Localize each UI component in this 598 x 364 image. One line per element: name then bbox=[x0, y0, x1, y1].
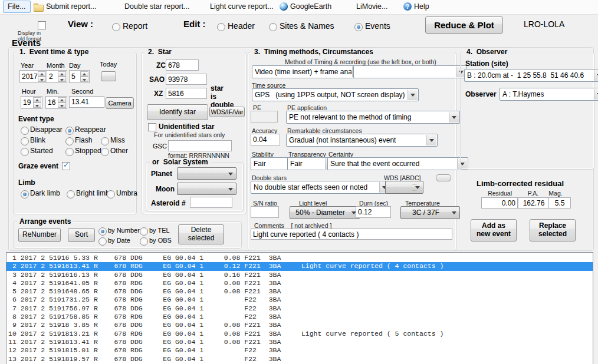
add-as-new-event-button[interactable]: Add asnew event bbox=[471, 219, 517, 241]
pa-field[interactable]: 162.76 bbox=[518, 197, 550, 209]
event-row[interactable]: 10 2017 2 5191813.21 R 678 RDG EG G0.04 … bbox=[6, 330, 593, 338]
sort-button[interactable]: Sort bbox=[68, 228, 95, 242]
edit-header-label: Header bbox=[228, 21, 255, 31]
type-started-radio[interactable] bbox=[21, 148, 29, 156]
section1-title: 1. Event time & type bbox=[17, 48, 91, 56]
year-spinner[interactable]: 2017 bbox=[19, 70, 47, 83]
remarkable-circumstances-dropdown[interactable]: Gradual (not instantaneous) event bbox=[286, 134, 438, 147]
station-dropdown[interactable]: B : 20.0cm at - 1 25 55.8 51 46 40.6 bbox=[464, 69, 598, 82]
light-level-dropdown[interactable]: 50% - Diameter bbox=[290, 206, 360, 219]
time-source-dropdown[interactable]: GPS (using 1PPS output, NOT screen displ… bbox=[252, 88, 419, 101]
type-disappear-radio[interactable] bbox=[21, 127, 29, 135]
recording-method-dropdown[interactable] bbox=[353, 65, 467, 78]
event-row[interactable]: 6 2017 2 5191731.25 R 678 RDG EG G0.04 1… bbox=[6, 296, 593, 304]
graze-event-checkbox[interactable] bbox=[62, 162, 70, 170]
moon-label: Moon bbox=[156, 185, 175, 193]
accuracy-field[interactable]: 0.04 bbox=[251, 134, 280, 145]
camera-button[interactable]: Camera bbox=[106, 97, 134, 109]
pe-field[interactable] bbox=[251, 111, 278, 123]
year-label: Year bbox=[21, 62, 34, 69]
type-miss-radio[interactable] bbox=[101, 137, 109, 145]
spinner-arrows[interactable] bbox=[58, 71, 66, 82]
event-row[interactable]: 13 2017 2 5191819.57 R 678 DDG EG G0.04 … bbox=[6, 355, 593, 363]
edit-events-radio[interactable] bbox=[354, 23, 363, 31]
chevron-down-icon bbox=[594, 70, 598, 81]
event-row[interactable]: 8 2017 2 5191758.85 R 678 RDG EG G0.04 1… bbox=[6, 313, 593, 321]
by-obs-radio[interactable] bbox=[140, 237, 148, 246]
menu-bar: File... Submit report... Double star rep… bbox=[0, 0, 598, 15]
event-row[interactable]: 2 2017 2 5191613.41 R 678 RDG EG G0.04 1… bbox=[6, 262, 593, 270]
asteroid-field[interactable] bbox=[190, 197, 232, 208]
event-row[interactable]: 11 2017 2 5191813.41 R 678 DDG EG G0.04 … bbox=[6, 338, 593, 346]
zc-field[interactable]: 678 bbox=[166, 59, 199, 71]
double-stars-dropdown[interactable]: No double star effects seen or noted bbox=[251, 181, 390, 194]
display-old-format-checkbox[interactable] bbox=[38, 21, 46, 29]
type-blink-radio[interactable] bbox=[21, 137, 29, 145]
type-reappear-radio[interactable] bbox=[65, 127, 74, 135]
by-number-radio[interactable] bbox=[98, 227, 107, 236]
limb-umbra-radio[interactable] bbox=[107, 190, 115, 198]
month-spinner[interactable]: 2 bbox=[47, 70, 67, 83]
planet-dropdown[interactable] bbox=[177, 167, 236, 180]
temperature-dropdown[interactable]: 3C / 37F bbox=[400, 206, 460, 219]
today-button[interactable] bbox=[101, 71, 116, 81]
event-row[interactable]: 4 2017 2 5191641.05 R 678 RDG EG G0.04 1… bbox=[6, 279, 593, 287]
delete-selected-button[interactable]: Deleteselected bbox=[178, 224, 224, 244]
event-row[interactable]: 3 2017 2 5191616.13 R 678 DDG EG G0.04 1… bbox=[6, 271, 593, 279]
event-row[interactable]: 5 2017 2 5191648.65 R 678 DDG EG G0.04 1… bbox=[6, 287, 593, 296]
unidentified-star-checkbox[interactable] bbox=[148, 123, 156, 131]
spinner-arrows[interactable] bbox=[80, 71, 88, 82]
menu-help[interactable]: Help bbox=[414, 2, 429, 11]
second-field[interactable]: 13.41 bbox=[69, 96, 104, 108]
spinner-arrows[interactable] bbox=[33, 97, 41, 108]
limb-dark-radio[interactable] bbox=[21, 190, 29, 198]
sn-ratio-field[interactable] bbox=[251, 206, 279, 218]
view-report-radio[interactable] bbox=[112, 23, 120, 31]
xz-field[interactable]: 5816 bbox=[166, 88, 207, 99]
comments-field[interactable]: Light curve reported ( 4 contacts ) bbox=[251, 229, 452, 240]
timing-method-dropdown[interactable]: Video (time insert) + frame ana bbox=[252, 65, 363, 78]
identify-star-button[interactable]: Identify star bbox=[147, 104, 208, 120]
wds-dropdown[interactable] bbox=[385, 181, 423, 194]
pe-application-dropdown[interactable]: PE not relevant to the method of timing bbox=[286, 111, 460, 124]
residual-field[interactable]: 0.00 bbox=[481, 197, 518, 209]
min-spinner[interactable]: 16 bbox=[45, 96, 67, 109]
observer-dropdown[interactable]: A : T.Haymes bbox=[500, 88, 598, 101]
limb-bright-radio[interactable] bbox=[67, 190, 75, 198]
by-date-radio[interactable] bbox=[98, 237, 107, 246]
mag-field[interactable]: 5.5 bbox=[548, 197, 571, 209]
durn-field[interactable]: 0.12 bbox=[356, 206, 391, 218]
reduce-and-plot-button[interactable]: Reduce & Plot bbox=[425, 16, 503, 34]
wds-small-button[interactable] bbox=[436, 174, 451, 181]
xz-label: XZ bbox=[154, 90, 163, 98]
event-row[interactable]: 1 2017 2 51916 5.33 R 678 DDG EG G0.04 1… bbox=[6, 254, 593, 262]
menu-google-earth[interactable]: GoogleEarth bbox=[290, 2, 331, 11]
moon-dropdown[interactable] bbox=[177, 183, 236, 195]
day-spinner[interactable]: 5 bbox=[69, 70, 90, 83]
sao-field[interactable]: 93978 bbox=[166, 74, 207, 85]
wds-if-var-button[interactable]: WDS/IF/Var bbox=[209, 107, 245, 117]
menu-limovie[interactable]: LiMovie... bbox=[356, 2, 388, 11]
edit-header-radio[interactable] bbox=[217, 23, 225, 31]
renumber-button[interactable]: ReNumber bbox=[18, 228, 61, 242]
type-flash-radio[interactable] bbox=[65, 137, 74, 145]
mag-label: Mag. bbox=[547, 190, 564, 197]
event-row[interactable]: 9 2017 2 51918 3.85 R 678 DDG EG G0.04 1… bbox=[6, 321, 593, 329]
menu-double-star-report[interactable]: Double star report... bbox=[124, 2, 189, 11]
menu-light-curve-report[interactable]: Light curve report... bbox=[210, 2, 274, 11]
certainty-dropdown[interactable]: Sure that the event occurred bbox=[327, 157, 468, 170]
spinner-arrows[interactable] bbox=[38, 71, 46, 82]
menu-submit-report[interactable]: Submit report... bbox=[46, 2, 96, 11]
menu-file[interactable]: File... bbox=[3, 1, 31, 13]
gsc-field[interactable] bbox=[168, 140, 232, 151]
help-icon: ? bbox=[403, 2, 412, 11]
edit-sites-names-radio[interactable] bbox=[269, 23, 277, 31]
event-row[interactable]: 7 2017 2 5191756.97 R 678 DDG EG G0.04 1… bbox=[6, 305, 593, 313]
hour-spinner[interactable]: 19 bbox=[21, 96, 42, 109]
by-tel-radio[interactable] bbox=[140, 227, 148, 236]
replace-selected-button[interactable]: Replaceselected bbox=[530, 219, 576, 241]
spinner-arrows[interactable] bbox=[58, 97, 66, 108]
type-other-radio[interactable] bbox=[101, 148, 109, 156]
event-row[interactable]: 12 2017 2 5191815.01 R 678 RDG EG G0.04 … bbox=[6, 346, 593, 355]
type-stopped-radio[interactable] bbox=[65, 148, 74, 156]
